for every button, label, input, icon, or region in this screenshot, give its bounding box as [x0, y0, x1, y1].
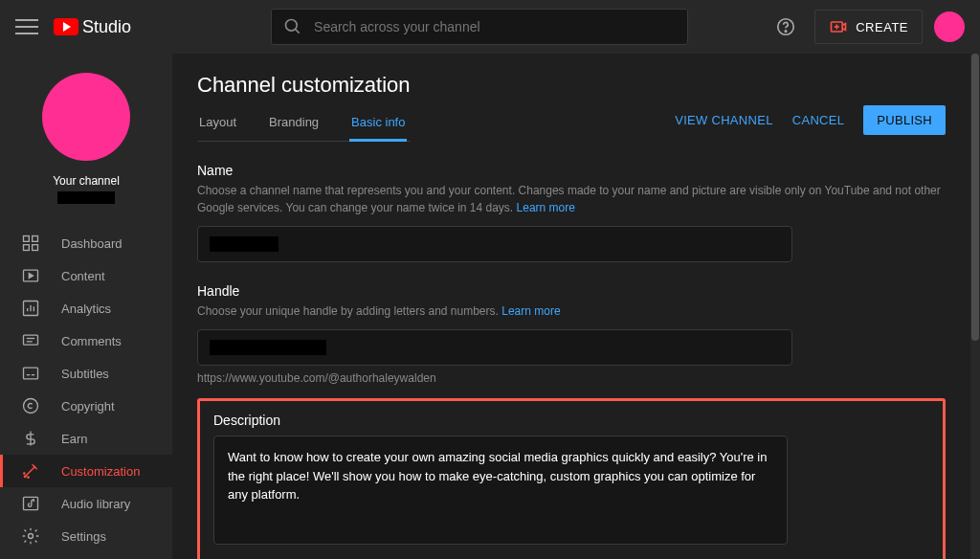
sidebar-item-comments[interactable]: Comments — [0, 324, 172, 357]
sidebar-item-audio-library[interactable]: Audio library — [0, 487, 172, 520]
nav-label: Content — [61, 269, 105, 283]
settings-icon — [21, 526, 40, 546]
description-textarea[interactable] — [228, 448, 773, 528]
main-content: Channel customization Layout Branding Ba… — [172, 54, 970, 559]
logo-text: Studio — [82, 17, 131, 37]
svg-rect-22 — [24, 368, 38, 379]
search-icon — [283, 17, 302, 36]
svg-point-30 — [29, 534, 33, 539]
name-label: Name — [197, 163, 946, 178]
svg-rect-12 — [24, 245, 30, 251]
sidebar-item-send-feedback[interactable]: Send feedback — [0, 552, 172, 559]
channel-label: Your channel — [53, 174, 120, 188]
nav-label: Analytics — [61, 302, 111, 316]
nav-label: Subtitles — [61, 367, 109, 381]
svg-rect-29 — [24, 497, 38, 509]
tab-layout[interactable]: Layout — [197, 115, 238, 141]
svg-rect-2 — [15, 33, 38, 34]
audio-library-icon — [21, 494, 40, 513]
earn-icon — [21, 429, 40, 448]
svg-rect-0 — [15, 19, 38, 21]
sidebar-item-copyright[interactable]: Copyright — [0, 390, 172, 422]
cancel-button[interactable]: CANCEL — [792, 113, 845, 127]
handle-label: Handle — [197, 283, 946, 299]
channel-avatar[interactable] — [42, 73, 130, 161]
nav-label: Customization — [61, 464, 140, 479]
page-header: Channel customization Layout Branding Ba… — [197, 73, 946, 142]
account-avatar[interactable] — [934, 11, 965, 42]
sidebar-bottom: Settings Send feedback — [0, 520, 172, 559]
sidebar-item-settings[interactable]: Settings — [0, 520, 172, 552]
svg-rect-13 — [33, 245, 38, 251]
sidebar-item-analytics[interactable]: Analytics — [0, 292, 172, 324]
sidebar-item-dashboard[interactable]: Dashboard — [0, 227, 172, 259]
nav-label: Dashboard — [61, 236, 122, 251]
sidebar-item-subtitles[interactable]: Subtitles — [0, 357, 172, 390]
sidebar-item-content[interactable]: Content — [0, 259, 172, 292]
customization-icon — [21, 461, 40, 481]
publish-button[interactable]: PUBLISH — [863, 105, 946, 135]
youtube-play-icon — [54, 18, 78, 35]
svg-point-28 — [24, 473, 25, 474]
description-section-wrapper: Description ADD LANGUAGE — [197, 398, 946, 559]
name-input-field[interactable] — [197, 226, 792, 262]
nav-label: Earn — [61, 432, 87, 446]
svg-point-27 — [28, 477, 29, 478]
studio-logo[interactable]: Studio — [54, 17, 131, 37]
comments-icon — [21, 331, 40, 350]
create-label: CREATE — [856, 20, 908, 34]
copyright-icon — [21, 396, 40, 415]
subtitles-icon — [21, 364, 40, 383]
svg-rect-1 — [15, 26, 38, 28]
help-icon[interactable] — [768, 10, 803, 44]
scrollbar-track[interactable] — [970, 54, 980, 559]
handle-section: Handle Choose your unique handle by addi… — [197, 283, 946, 385]
svg-rect-19 — [24, 335, 38, 345]
description-highlight-box: Description ADD LANGUAGE — [197, 398, 946, 559]
sidebar: Your channel Dashboard Content Analytics… — [0, 54, 172, 559]
svg-point-26 — [24, 476, 26, 478]
svg-point-3 — [286, 20, 298, 32]
dashboard-icon — [21, 234, 40, 253]
tabs: Layout Branding Basic info — [197, 115, 411, 142]
description-field[interactable] — [213, 436, 788, 545]
nav-label: Audio library — [61, 497, 130, 511]
tab-basic-info[interactable]: Basic info — [349, 115, 407, 141]
analytics-icon — [21, 299, 40, 318]
nav-label: Settings — [61, 529, 106, 544]
content-icon — [21, 266, 40, 285]
handle-description: Choose your unique handle by adding lett… — [197, 302, 946, 320]
tab-branding[interactable]: Branding — [267, 115, 321, 141]
create-button[interactable]: CREATE — [814, 10, 923, 44]
top-header: Studio CREATE — [0, 0, 980, 54]
nav-label: Comments — [61, 334, 122, 348]
search-field[interactable] — [271, 9, 688, 45]
search-input[interactable] — [314, 19, 676, 34]
name-learn-more-link[interactable]: Learn more — [517, 201, 575, 214]
page-title: Channel customization — [197, 73, 411, 98]
search-container — [271, 9, 688, 45]
handle-value-redacted — [210, 340, 326, 355]
svg-line-4 — [296, 30, 300, 34]
handle-learn-more-link[interactable]: Learn more — [501, 304, 560, 318]
handle-input-field[interactable] — [197, 329, 792, 366]
channel-name-redacted — [57, 191, 115, 204]
nav-label: Copyright — [61, 399, 115, 414]
sidebar-item-earn[interactable]: Earn — [0, 422, 172, 455]
svg-point-6 — [786, 31, 787, 32]
name-description: Choose a channel name that represents yo… — [197, 182, 946, 216]
channel-block: Your channel — [0, 54, 172, 217]
sidebar-item-customization[interactable]: Customization — [0, 455, 172, 487]
description-label: Description — [213, 413, 929, 428]
svg-point-25 — [24, 399, 38, 414]
name-value-redacted — [210, 236, 278, 252]
svg-rect-11 — [33, 236, 38, 242]
handle-url: https://www.youtube.com/@authorhaleywald… — [197, 371, 946, 385]
svg-rect-10 — [24, 236, 30, 242]
body-layout: Your channel Dashboard Content Analytics… — [0, 54, 980, 559]
header-actions: CREATE — [768, 10, 965, 44]
scrollbar-thumb[interactable] — [971, 54, 979, 341]
menu-icon[interactable] — [15, 15, 38, 38]
sidebar-nav: Dashboard Content Analytics Comments Sub… — [0, 227, 172, 520]
view-channel-link[interactable]: VIEW CHANNEL — [675, 113, 773, 127]
